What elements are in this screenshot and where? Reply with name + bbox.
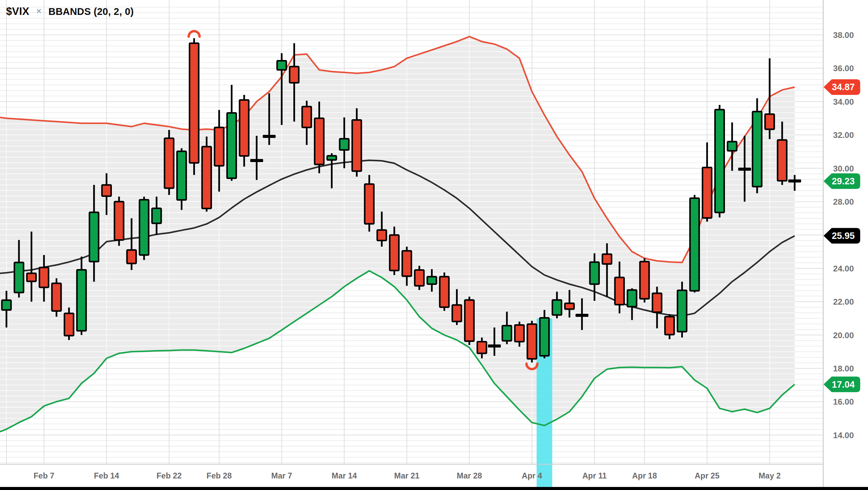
x-axis-label: Feb 7 bbox=[34, 471, 54, 480]
candle-body bbox=[90, 212, 99, 262]
candle-Mar-28[interactable] bbox=[465, 297, 474, 345]
candle-body bbox=[615, 278, 624, 305]
x-axis-label: Feb 22 bbox=[156, 471, 181, 480]
candle-body bbox=[415, 270, 424, 286]
candle-Feb-25[interactable] bbox=[202, 137, 211, 211]
y-axis-label: 14.00 bbox=[833, 431, 854, 440]
candle-body bbox=[515, 325, 524, 342]
candle-body bbox=[115, 202, 124, 240]
candle-Apr-21[interactable] bbox=[677, 282, 687, 338]
y-axis-label: 28.00 bbox=[833, 197, 854, 206]
candle-body bbox=[2, 300, 11, 310]
candle-Mar-16[interactable] bbox=[365, 175, 374, 231]
candle-body bbox=[427, 277, 436, 284]
price-badge-text: 29.23 bbox=[832, 176, 855, 186]
candle-body bbox=[139, 200, 149, 255]
candle-Mar-24[interactable] bbox=[440, 272, 449, 311]
y-axis-label: 32.00 bbox=[833, 130, 854, 140]
candle-body bbox=[452, 305, 461, 322]
candle-Apr-20[interactable] bbox=[665, 314, 674, 339]
candle-body bbox=[652, 293, 662, 312]
y-axis-label: 18.00 bbox=[833, 364, 854, 373]
candle-body bbox=[527, 324, 536, 359]
y-axis-panel bbox=[824, 0, 868, 490]
candle-body bbox=[540, 318, 549, 356]
candle-body bbox=[290, 66, 299, 83]
candle-body bbox=[502, 326, 512, 341]
bottom-divider-bar bbox=[0, 487, 868, 490]
candle-body bbox=[590, 262, 599, 284]
candle-body bbox=[728, 142, 737, 151]
candle-body bbox=[215, 127, 224, 166]
x-axis-label: Mar 21 bbox=[394, 471, 419, 480]
candle-body bbox=[52, 283, 61, 311]
x-axis-label: Apr 25 bbox=[695, 471, 719, 480]
y-axis-label: 16.00 bbox=[833, 397, 854, 406]
candle-Feb-8[interactable] bbox=[52, 278, 61, 317]
candle-Feb-17[interactable] bbox=[139, 197, 149, 260]
candle-body bbox=[603, 254, 612, 264]
candlestick-chart: 38.0036.0034.0032.0030.0028.0026.0024.00… bbox=[0, 0, 868, 490]
y-axis-label: 36.00 bbox=[833, 64, 854, 73]
candle-body bbox=[327, 156, 336, 160]
candle-body bbox=[240, 100, 249, 156]
candle-Apr-5[interactable] bbox=[540, 310, 549, 359]
candle-body bbox=[77, 270, 86, 331]
candle-body bbox=[202, 147, 211, 209]
doji-cross-bar bbox=[738, 168, 751, 171]
x-axis-label: Mar 7 bbox=[271, 471, 292, 480]
candle-body bbox=[377, 230, 387, 241]
doji-cross-bar bbox=[250, 159, 263, 162]
candle-body bbox=[64, 313, 74, 336]
candle-body bbox=[340, 139, 349, 150]
candle-body bbox=[640, 262, 649, 299]
candle-body bbox=[677, 290, 687, 332]
candle-Apr-18[interactable] bbox=[640, 258, 649, 302]
candle-Feb-23[interactable] bbox=[177, 148, 186, 210]
candle-body bbox=[440, 277, 449, 307]
candle-body bbox=[753, 111, 762, 186]
candle-Apr-26[interactable] bbox=[715, 105, 724, 218]
x-axis-label: Mar 28 bbox=[457, 471, 482, 480]
x-axis-label: May 2 bbox=[758, 471, 781, 480]
candle-body bbox=[715, 109, 724, 212]
y-axis-label: 34.00 bbox=[833, 97, 854, 106]
candle-body bbox=[477, 342, 487, 353]
indicator-label: BBANDS (20, 2, 0) bbox=[48, 6, 134, 17]
candle-body bbox=[390, 235, 399, 270]
candle-body bbox=[164, 138, 174, 188]
candle-body bbox=[365, 184, 374, 224]
doji-cross-bar bbox=[263, 135, 276, 138]
close-icon[interactable]: × bbox=[36, 6, 41, 17]
x-axis-label: Feb 28 bbox=[206, 471, 232, 480]
candle-Feb-22[interactable] bbox=[164, 130, 174, 195]
x-axis-label: Apr 18 bbox=[632, 471, 657, 480]
candle-body bbox=[765, 114, 774, 129]
candle-Feb-24[interactable] bbox=[190, 38, 199, 175]
y-axis-label: 38.00 bbox=[833, 30, 854, 40]
x-axis-label: Apr 4 bbox=[522, 471, 542, 480]
symbol-label: $VIX bbox=[6, 5, 29, 18]
candle-body bbox=[402, 251, 411, 276]
candle-Mar-22[interactable] bbox=[415, 266, 424, 290]
x-axis-label: Apr 11 bbox=[582, 471, 607, 480]
doji-cross-bar bbox=[575, 314, 588, 317]
candle-body bbox=[552, 300, 561, 315]
candle-body bbox=[127, 250, 136, 264]
price-badge-text: 34.87 bbox=[832, 82, 855, 92]
y-axis-label: 22.00 bbox=[833, 297, 854, 306]
candle-body bbox=[302, 107, 311, 128]
candle-Feb-15[interactable] bbox=[115, 197, 124, 246]
candle-Apr-22[interactable] bbox=[690, 195, 699, 292]
candle-body bbox=[227, 113, 236, 178]
candle-body bbox=[465, 300, 474, 341]
candle-Apr-29[interactable] bbox=[753, 98, 762, 193]
candle-Apr-4[interactable] bbox=[527, 321, 536, 363]
price-badge-text: 25.95 bbox=[832, 231, 855, 241]
candle-body bbox=[352, 120, 361, 171]
price-badge-text: 17.04 bbox=[832, 380, 855, 390]
candle-Mar-2[interactable] bbox=[240, 95, 249, 167]
y-axis-label: 24.00 bbox=[833, 264, 854, 273]
candle-body bbox=[315, 118, 324, 164]
candle-body bbox=[102, 185, 111, 196]
